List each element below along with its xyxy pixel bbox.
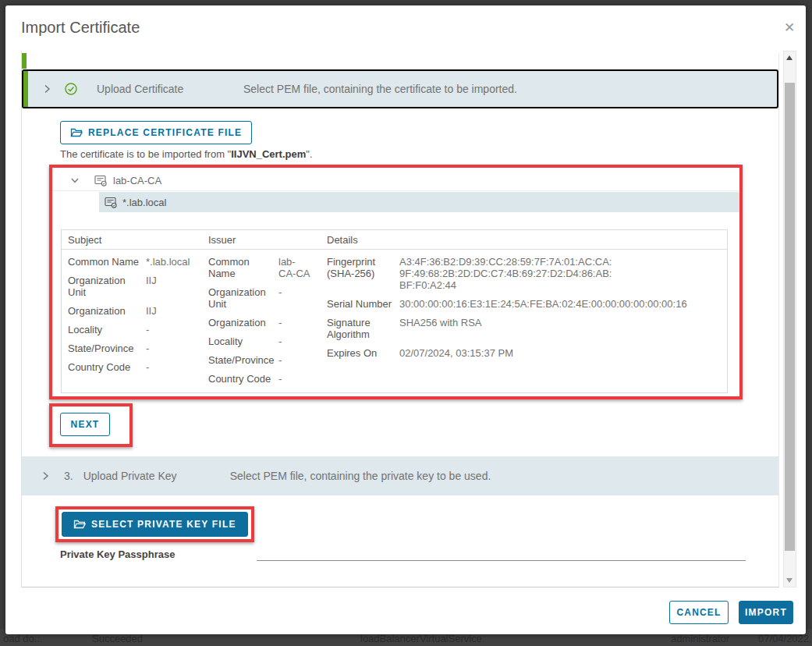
scrollbar-up-arrow-icon[interactable]	[784, 51, 796, 64]
private-key-passphrase-input[interactable]	[257, 542, 746, 561]
certificate-tree-root[interactable]: lab-CA-CA	[52, 170, 739, 191]
cert-field-row: Fingerprint (SHA-256)A3:4F:36:B2:D9:39:C…	[327, 257, 732, 292]
cancel-button[interactable]: CANCEL	[669, 601, 729, 624]
certificate-import-note: The certificate is to be imported from "…	[60, 148, 747, 160]
cert-field-label: Expires On	[327, 348, 399, 360]
chevron-down-icon[interactable]	[69, 175, 80, 186]
issuer-column: Common Namelab-CA-CAOrganization Unit-Or…	[208, 257, 322, 392]
cert-field-value: lab-CA-CA	[278, 257, 313, 280]
details-column: Fingerprint (SHA-256)A3:4F:36:B2:D9:39:C…	[327, 257, 732, 367]
background-status-text: Succeeded	[92, 633, 143, 644]
replace-certificate-file-button[interactable]: REPLACE CERTIFICATE FILE	[60, 121, 252, 144]
cert-field-value: -	[278, 287, 313, 311]
annotation-box-certificate-details: lab-CA-CA *.lab.local Subject Issuer Det…	[49, 165, 743, 399]
step-number: 3.	[64, 470, 73, 482]
tree-child-label: *.lab.local	[122, 197, 166, 208]
cert-field-row: Country Code-	[208, 374, 322, 385]
cert-field-row: OrganizationIIJ	[68, 306, 205, 318]
background-text-fragment: loadBalancerVirtualService	[360, 633, 482, 644]
scrollbar-thumb[interactable]	[785, 83, 795, 551]
cert-field-value: IIJ	[146, 275, 205, 299]
import-button[interactable]: IMPORT	[739, 601, 793, 624]
cert-field-row: Organization-	[208, 318, 322, 329]
folder-icon	[73, 519, 86, 530]
dialog-title: Import Certificate	[21, 19, 140, 37]
column-header-issuer: Issuer	[208, 234, 236, 246]
cert-field-value: 02/07/2024, 03:15:37 PM	[399, 348, 732, 360]
cert-field-value: A3:4F:36:B2:D9:39:CC:28:59:7F:7A:01:AC:C…	[399, 257, 732, 292]
cert-field-row: State/Province-	[68, 343, 205, 355]
cert-field-row: Common Name*.lab.local	[68, 257, 205, 268]
step-upload-private-key-header[interactable]: 3. Upload Private Key Select PEM file, c…	[22, 456, 778, 495]
replace-certificate-file-label: REPLACE CERTIFICATE FILE	[88, 127, 242, 138]
select-private-key-file-button[interactable]: SELECT PRIVATE KEY FILE	[62, 512, 248, 537]
cert-field-label: Locality	[68, 325, 146, 336]
column-header-details: Details	[327, 234, 358, 246]
cert-field-row: Common Namelab-CA-CA	[208, 257, 322, 280]
certificate-icon	[105, 197, 118, 208]
cert-field-value: -	[278, 336, 313, 348]
step-upload-certificate-header[interactable]: Upload Certificate Select PEM file, cont…	[22, 69, 778, 108]
step-upload-certificate-body: REPLACE CERTIFICATE FILE The certificate…	[22, 108, 778, 456]
cert-field-row: Organization UnitIIJ	[68, 275, 205, 299]
cert-field-label: Organization Unit	[208, 287, 278, 311]
cert-field-row: State/Province-	[208, 355, 322, 367]
certificate-table-body: Common Name*.lab.localOrganization UnitI…	[62, 250, 727, 257]
cert-field-label: Common Name	[208, 257, 278, 280]
cert-field-row: Locality-	[68, 325, 205, 336]
stepper-accordion: Upload Certificate Select PEM file, cont…	[22, 53, 779, 587]
certificate-table-header-row: Subject Issuer Details	[62, 230, 727, 250]
import-certificate-dialog: Import Certificate ✕ Upload Certificate …	[5, 5, 806, 634]
step-upload-private-key-body: SELECT PRIVATE KEY FILE Private Key Pass…	[22, 495, 778, 573]
column-header-subject: Subject	[68, 234, 101, 246]
close-icon[interactable]: ✕	[781, 20, 798, 37]
cert-field-row: Country Code-	[68, 362, 205, 374]
cert-field-label: Organization	[68, 306, 146, 318]
next-button[interactable]: NEXT	[60, 413, 110, 436]
cert-field-label: Organization	[208, 318, 278, 329]
subject-column: Common Name*.lab.localOrganization UnitI…	[68, 257, 205, 381]
dialog-scroll-content: Upload Certificate Select PEM file, cont…	[21, 51, 779, 587]
cert-field-value: IIJ	[146, 306, 205, 318]
scrollbar-down-arrow-icon[interactable]	[784, 574, 796, 587]
cert-field-label: State/Province	[208, 355, 278, 367]
annotation-box-select-private-key: SELECT PRIVATE KEY FILE	[55, 506, 254, 542]
certificate-icon	[94, 175, 108, 186]
cert-field-value: -	[146, 343, 205, 355]
background-timestamp-text: 07/04/2022, 05:54:4	[758, 633, 812, 644]
cert-field-value: -	[278, 355, 313, 367]
previous-step-partial	[22, 53, 778, 69]
background-text-fragment: oad do...	[3, 633, 43, 644]
private-key-passphrase-row: Private Key Passphrase	[49, 547, 747, 573]
chevron-right-icon	[39, 470, 51, 482]
cert-field-row: Serial Number30:00:00:00:16:E3:1E:24:5A:…	[327, 299, 732, 311]
step-complete-check-icon	[64, 82, 78, 96]
cert-field-value: -	[146, 362, 205, 374]
cert-field-label: Signature Algorithm	[327, 318, 399, 341]
cert-field-label: Country Code	[68, 362, 146, 374]
certificate-details-table: Subject Issuer Details Common Name*.lab.…	[61, 229, 728, 393]
certificate-tree-child-selected[interactable]: *.lab.local	[99, 192, 739, 212]
cert-field-label: State/Province	[68, 343, 146, 355]
cert-field-row: Expires On02/07/2024, 03:15:37 PM	[327, 348, 732, 360]
step-upload-private-key-description: Select PEM file, containing the private …	[230, 470, 491, 482]
cert-field-value: 30:00:00:00:16:E3:1E:24:5A:FE:BA:02:4E:0…	[399, 299, 732, 311]
chevron-right-icon	[41, 83, 53, 95]
folder-icon	[70, 127, 83, 138]
vertical-scrollbar[interactable]	[783, 51, 796, 587]
cert-field-value: *.lab.local	[146, 257, 205, 268]
cert-field-label: Organization Unit	[68, 275, 146, 299]
select-private-key-file-label: SELECT PRIVATE KEY FILE	[91, 519, 236, 530]
certificate-filename: IIJVN_Cert.pem	[231, 148, 306, 160]
annotation-box-next-button: NEXT	[49, 403, 133, 447]
cert-field-label: Fingerprint (SHA-256)	[327, 257, 399, 292]
cert-field-value: -	[278, 374, 313, 385]
step-upload-private-key-title: Upload Private Key	[83, 470, 208, 482]
cert-field-label: Common Name	[68, 257, 146, 268]
cert-field-value: SHA256 with RSA	[399, 318, 732, 341]
cert-field-label: Country Code	[208, 374, 278, 385]
cert-field-row: Locality-	[208, 336, 322, 348]
step-upload-certificate-title: Upload Certificate	[97, 83, 222, 95]
cert-field-row: Organization Unit-	[208, 287, 322, 311]
step-complete-green-bar	[23, 71, 28, 107]
